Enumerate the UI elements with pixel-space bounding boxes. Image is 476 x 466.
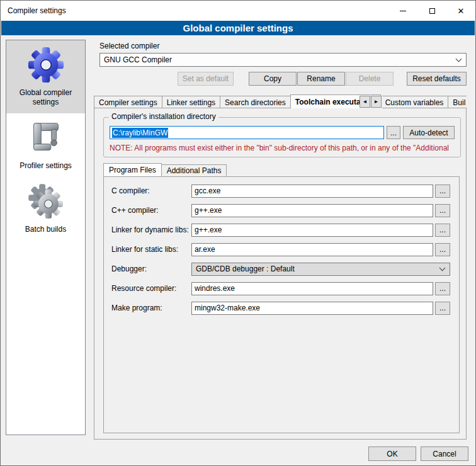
dynamic-linker-browse-button[interactable]: ... — [435, 224, 450, 237]
selected-compiler-label: Selected compiler — [99, 42, 159, 50]
static-linker-row: Linker for static libs: ... — [111, 242, 450, 256]
copy-button[interactable]: Copy — [249, 72, 297, 86]
minimize-button[interactable] — [388, 1, 417, 21]
selected-compiler-value: GNU GCC Compiler — [104, 55, 453, 64]
installation-directory-row: C:\raylib\MinGW ... Auto-detect — [110, 126, 455, 139]
debugger-label: Debugger: — [111, 264, 191, 273]
selected-compiler-select[interactable]: GNU GCC Compiler — [99, 53, 467, 67]
tab-additional-paths[interactable]: Additional Paths — [161, 164, 227, 176]
reset-defaults-button[interactable]: Reset defaults — [407, 72, 467, 86]
cancel-button[interactable]: Cancel — [421, 446, 468, 461]
cpp-compiler-row: C++ compiler: ... — [111, 203, 450, 217]
c-compiler-row: C compiler: ... — [111, 184, 450, 198]
titlebar-buttons: ✕ — [388, 1, 475, 21]
resource-compiler-row: Resource compiler: ... — [111, 281, 450, 295]
resource-compiler-input[interactable] — [191, 282, 433, 295]
window-title: Compiler settings — [1, 6, 388, 15]
static-linker-input[interactable] — [191, 243, 433, 256]
gray-gears-icon — [26, 182, 65, 221]
compiler-settings-window: Compiler settings ✕ Global compiler sett… — [0, 0, 476, 466]
c-compiler-input[interactable] — [191, 185, 433, 198]
set-as-default-button: Set as default — [178, 72, 234, 86]
install-dir-browse-button[interactable]: ... — [387, 126, 400, 139]
rename-button[interactable]: Rename — [297, 72, 345, 86]
blue-gear-icon — [26, 45, 65, 84]
installation-directory-group: Compiler's installation directory C:\ray… — [103, 117, 461, 157]
tab-search-directories[interactable]: Search directories — [220, 96, 291, 108]
tab-compiler-settings[interactable]: Compiler settings — [94, 96, 162, 108]
ok-button[interactable]: OK — [368, 446, 416, 461]
sidebar-item-label: Global compiler settings — [8, 88, 84, 107]
sidebar-item-global-compiler-settings[interactable]: Global compiler settings — [6, 40, 85, 113]
c-compiler-browse-button[interactable]: ... — [435, 185, 450, 198]
debugger-value: GDB/CDB debugger : Default — [196, 264, 436, 273]
delete-button: Delete — [346, 72, 394, 86]
dynamic-linker-input[interactable] — [191, 224, 433, 237]
tab-linker-settings[interactable]: Linker settings — [162, 96, 220, 108]
dynamic-linker-label: Linker for dynamic libs: — [111, 225, 191, 234]
cpp-compiler-input[interactable] — [191, 204, 433, 217]
static-linker-browse-button[interactable]: ... — [435, 243, 450, 256]
make-program-input[interactable] — [191, 302, 433, 315]
titlebar[interactable]: Compiler settings ✕ — [1, 1, 475, 21]
tab-custom-variables[interactable]: Custom variables — [380, 96, 449, 108]
debugger-row: Debugger: GDB/CDB debugger : Default — [111, 262, 450, 276]
sidebar-item-label: Batch builds — [25, 225, 66, 234]
dynamic-linker-row: Linker for dynamic libs: ... — [111, 223, 450, 237]
page-title: Global compiler settings — [1, 21, 475, 35]
bin-directory-note: NOTE: All programs must exist either in … — [110, 144, 459, 152]
program-files-panel: C compiler: ... C++ compiler: ... Linker… — [103, 176, 460, 433]
make-program-label: Make program: — [111, 304, 191, 312]
auto-detect-button[interactable]: Auto-detect — [403, 126, 455, 139]
close-button[interactable]: ✕ — [446, 1, 475, 21]
tab-scroll-right-icon[interactable]: ► — [371, 96, 382, 108]
cpp-compiler-label: C++ compiler: — [111, 206, 191, 215]
tab-program-files[interactable]: Program Files — [103, 163, 162, 176]
dropdown-arrow-icon — [439, 264, 446, 271]
program-files-tabs: Program Files Additional Paths — [103, 163, 226, 176]
dropdown-arrow-icon — [456, 55, 462, 62]
settings-tabs: Compiler settings Linker settings Search… — [94, 94, 467, 108]
tab-scroller: ◄ ► — [360, 96, 382, 108]
sidebar-item-batch-builds[interactable]: Batch builds — [6, 177, 85, 241]
static-linker-label: Linker for static libs: — [111, 245, 191, 254]
installation-directory-legend: Compiler's installation directory — [109, 112, 218, 121]
profiler-tool-icon — [26, 118, 65, 157]
debugger-select[interactable]: GDB/CDB debugger : Default — [191, 263, 450, 276]
cpp-compiler-browse-button[interactable]: ... — [435, 204, 450, 217]
resource-compiler-label: Resource compiler: — [111, 284, 191, 293]
make-program-browse-button[interactable]: ... — [435, 302, 450, 315]
toolchain-executables-panel: Compiler's installation directory C:\ray… — [94, 108, 467, 440]
resource-compiler-browse-button[interactable]: ... — [435, 282, 450, 295]
sidebar-item-profiler-settings[interactable]: Profiler settings — [6, 113, 85, 177]
install-dir-input[interactable]: C:\raylib\MinGW — [110, 126, 384, 139]
minimize-icon — [400, 11, 406, 11]
install-dir-selected-text: C:\raylib\MinGW — [112, 128, 168, 138]
maximize-button[interactable] — [417, 1, 446, 21]
tab-scroll-left-icon[interactable]: ◄ — [360, 96, 370, 108]
close-icon: ✕ — [458, 7, 465, 15]
tab-build-options[interactable]: Buil — [448, 96, 467, 108]
sidebar-item-label: Profiler settings — [20, 161, 72, 171]
make-program-row: Make program: ... — [111, 301, 450, 315]
maximize-icon — [429, 8, 435, 14]
sidebar: Global compiler settings Profiler settin… — [6, 40, 86, 435]
c-compiler-label: C compiler: — [111, 186, 191, 195]
